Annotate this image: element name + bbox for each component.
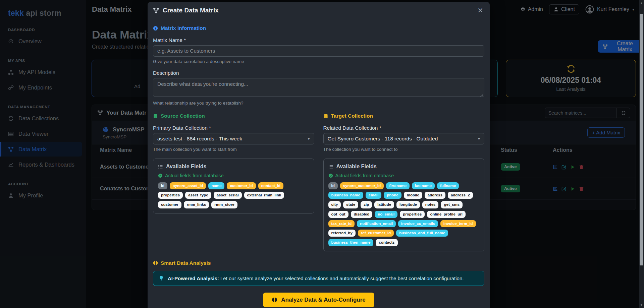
field-tag[interactable]: disabled	[351, 211, 373, 218]
scroll-up-icon[interactable]: ▲	[639, 1, 644, 5]
field-tag[interactable]: lastname	[412, 182, 435, 189]
scroll-down-icon[interactable]: ▼	[639, 303, 644, 307]
matrix-name-help: Give your data correlation a descriptive…	[153, 59, 484, 64]
source-collection-heading: Source Collection	[153, 113, 314, 119]
page-scrollbar[interactable]: ▲ ▼	[639, 0, 644, 308]
matrix-name-input[interactable]	[153, 45, 484, 57]
analysis-icon	[272, 297, 277, 303]
matrix-information-heading: Matrix Information	[153, 25, 484, 31]
field-tag[interactable]: fullname	[437, 182, 459, 189]
field-tag[interactable]: business_then_name	[328, 239, 374, 246]
analyze-button[interactable]: Analyze Data & Auto-Configure	[263, 293, 374, 307]
field-tag[interactable]: properties	[158, 192, 183, 199]
primary-collection-label: Primary Data Collection *	[153, 125, 314, 131]
source-fields-title: Available Fields	[158, 164, 309, 170]
field-tag[interactable]: external_rmm_link	[244, 192, 284, 199]
related-collection-label: Related Data Collection *	[323, 125, 485, 131]
database-icon	[153, 114, 158, 119]
source-collection-column: Source Collection Primary Data Collectio…	[153, 113, 314, 251]
source-fields-note: Actual fields from database	[158, 173, 309, 178]
field-tag[interactable]: asset_serial	[214, 192, 242, 199]
target-collection-column: Target Collection Related Data Collectio…	[323, 113, 485, 251]
field-tag[interactable]: address	[425, 192, 445, 199]
list-icon	[158, 164, 163, 169]
field-tag[interactable]: invoice_term_id	[440, 220, 476, 227]
field-tag[interactable]: id	[158, 182, 167, 189]
field-tag[interactable]: longitude	[396, 201, 420, 208]
primary-collection-select[interactable]: assets test - 884 records - This week ▾	[153, 133, 314, 144]
field-tag[interactable]: city	[328, 201, 341, 208]
field-tag[interactable]: phone	[384, 192, 401, 199]
field-tag[interactable]: tax_rate_id	[328, 220, 355, 227]
field-tag[interactable]: email	[366, 192, 381, 199]
field-tag[interactable]: referred_by	[328, 230, 356, 237]
info-icon	[153, 26, 158, 31]
field-tag[interactable]: name	[208, 182, 224, 189]
ai-analysis-alert: AI-Powered Analysis: Let our system anal…	[153, 271, 484, 286]
close-icon[interactable]: ×	[478, 6, 483, 15]
field-tag[interactable]: asset_type	[185, 192, 211, 199]
alert-text: AI-Powered Analysis: Let our system anal…	[168, 275, 464, 281]
field-tag[interactable]: id	[328, 182, 338, 189]
smart-analysis-heading: Smart Data Analysis	[153, 260, 484, 266]
description-textarea[interactable]	[153, 78, 484, 97]
field-tag[interactable]: notes	[422, 201, 439, 208]
modal-title: Create Data Matrix	[153, 7, 219, 14]
field-tag[interactable]: syncro_customer_id	[340, 182, 384, 189]
field-tag[interactable]: contacts	[376, 239, 397, 246]
field-tag[interactable]: rmm_store	[211, 201, 237, 208]
field-tag[interactable]: contact_id	[258, 182, 284, 189]
modal-body: Matrix Information Matrix Name * Give yo…	[148, 19, 490, 307]
field-tag[interactable]: invoice_cc_emails	[398, 220, 438, 227]
field-tag[interactable]: properties	[400, 211, 425, 218]
create-data-matrix-modal: Create Data Matrix × Matrix Information …	[148, 2, 490, 308]
field-tag[interactable]: ref_customer_id	[358, 230, 394, 237]
target-collection-heading: Target Collection	[323, 113, 485, 119]
scrollbar-thumb[interactable]	[640, 14, 643, 265]
modal-header: Create Data Matrix ×	[148, 2, 490, 19]
related-collection-help: The collection you want to connect to	[323, 147, 485, 152]
field-tag[interactable]: ayncro_asset_id	[170, 182, 206, 189]
field-tag[interactable]: get_sms	[441, 201, 463, 208]
target-field-tags: idsyncro_customer_idfirstnamelastnameful…	[328, 182, 480, 246]
field-tag[interactable]: business_name	[328, 192, 363, 199]
lightbulb-icon	[159, 275, 164, 281]
field-tag[interactable]: notification_email	[357, 220, 396, 227]
related-collection-select[interactable]: Get Syncro Customers - 118 records - Out…	[323, 133, 485, 144]
diagram-icon	[153, 7, 159, 14]
target-fields-panel: Available Fields Actual fields from data…	[323, 159, 485, 251]
database-icon	[323, 114, 328, 119]
target-fields-note: Actual fields from database	[328, 173, 480, 178]
description-help: What relationship are you trying to esta…	[153, 101, 484, 106]
field-tag[interactable]: customer_id	[227, 182, 256, 189]
field-tag[interactable]: firstname	[386, 182, 410, 189]
source-field-tags: idayncro_asset_idnamecustomer_idcontact_…	[158, 182, 309, 208]
field-tag[interactable]: address_2	[448, 192, 473, 199]
field-tag[interactable]: no_email	[375, 211, 397, 218]
field-tag[interactable]: opt_out	[328, 211, 348, 218]
target-fields-title: Available Fields	[328, 164, 480, 170]
check-circle-icon	[328, 173, 333, 178]
matrix-name-label: Matrix Name *	[153, 37, 484, 43]
field-tag[interactable]: mobile	[404, 192, 422, 199]
description-label: Description	[153, 70, 484, 76]
analysis-icon	[153, 260, 158, 265]
field-tag[interactable]: latitude	[374, 201, 394, 208]
primary-collection-help: The main collection you want to start fr…	[153, 147, 314, 152]
chevron-down-icon: ▾	[478, 136, 480, 141]
chevron-down-icon: ▾	[308, 136, 310, 141]
check-circle-icon	[158, 173, 163, 178]
field-tag[interactable]: online_profile_url	[427, 211, 466, 218]
field-tag[interactable]: customer	[158, 201, 181, 208]
field-tag[interactable]: business_and_full_name	[396, 230, 448, 237]
list-icon	[328, 164, 333, 169]
field-tag[interactable]: zip	[361, 201, 372, 208]
source-fields-panel: Available Fields Actual fields from data…	[153, 159, 314, 213]
field-tag[interactable]: state	[343, 201, 358, 208]
field-tag[interactable]: rmm_links	[184, 201, 209, 208]
